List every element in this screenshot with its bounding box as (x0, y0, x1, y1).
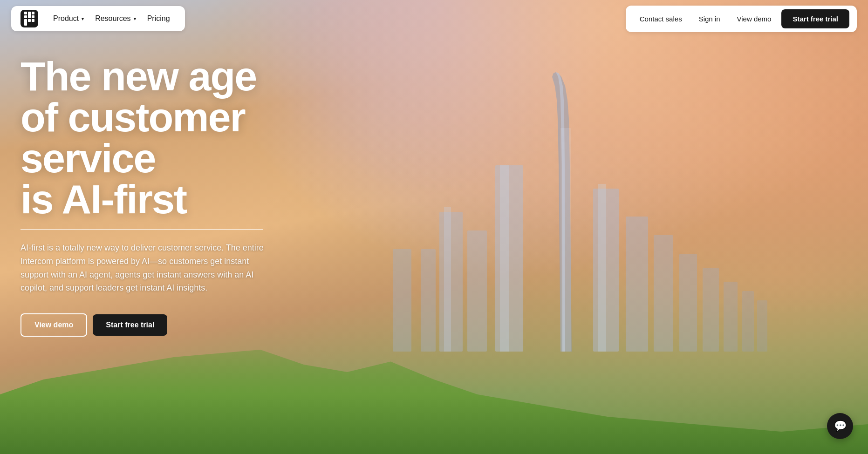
logo-dot (32, 19, 34, 22)
svg-rect-6 (393, 249, 411, 352)
nav-left-group: Product ▾ Resources ▾ Pricing (11, 6, 185, 31)
chevron-down-icon: ▾ (82, 16, 84, 21)
navbar: Product ▾ Resources ▾ Pricing Contact sa… (0, 0, 868, 37)
sign-in-label: Sign in (699, 15, 720, 23)
logo-dot (24, 15, 27, 18)
svg-rect-3 (500, 165, 509, 352)
hero-title: The new age of customer service is AI-fi… (21, 56, 356, 220)
nav-product-label: Product (53, 14, 79, 23)
svg-rect-18 (560, 128, 571, 352)
svg-rect-8 (598, 184, 606, 352)
hero-cta-group: View demo Start free trial (21, 313, 356, 337)
logo-dot (24, 12, 27, 14)
svg-rect-12 (703, 268, 719, 352)
logo[interactable] (21, 10, 38, 27)
nav-resources[interactable]: Resources ▾ (89, 11, 141, 27)
svg-rect-16 (467, 230, 487, 352)
svg-rect-9 (626, 217, 648, 352)
svg-rect-13 (724, 282, 738, 352)
logo-dot (28, 12, 31, 18)
contact-sales-link[interactable]: Contact sales (633, 11, 689, 27)
view-demo-button[interactable]: View demo (21, 313, 87, 337)
nav-product[interactable]: Product ▾ (48, 11, 89, 27)
hero-divider (21, 229, 263, 230)
sign-in-link[interactable]: Sign in (692, 11, 727, 27)
view-demo-label: View demo (737, 15, 772, 23)
logo-grid (24, 12, 34, 26)
start-trial-button-nav[interactable]: Start free trial (781, 9, 849, 28)
nav-resources-label: Resources (95, 14, 130, 23)
start-trial-button-hero[interactable]: Start free trial (93, 314, 167, 336)
hero-section: The new age of customer service is AI-fi… (11, 47, 365, 346)
chat-icon: 💬 (834, 420, 847, 432)
contact-sales-label: Contact sales (640, 15, 682, 23)
nav-pricing[interactable]: Pricing (142, 11, 176, 27)
svg-rect-10 (654, 235, 673, 352)
logo-dot (24, 19, 27, 26)
logo-dot (32, 12, 34, 14)
view-demo-link[interactable]: View demo (731, 11, 778, 27)
chevron-down-icon: ▾ (134, 16, 136, 21)
city-illustration (355, 72, 775, 398)
svg-rect-17 (421, 249, 436, 352)
hero-description: AI-first is a totally new way to deliver… (21, 241, 272, 295)
chat-button[interactable]: 💬 (827, 413, 853, 439)
nav-right-group: Contact sales Sign in View demo Start fr… (626, 6, 857, 32)
nav-pricing-label: Pricing (147, 14, 170, 23)
logo-dot (28, 19, 31, 22)
svg-rect-14 (742, 291, 754, 352)
svg-rect-15 (757, 300, 767, 352)
svg-rect-11 (679, 254, 697, 352)
svg-rect-5 (444, 207, 451, 352)
logo-dot (32, 15, 34, 18)
